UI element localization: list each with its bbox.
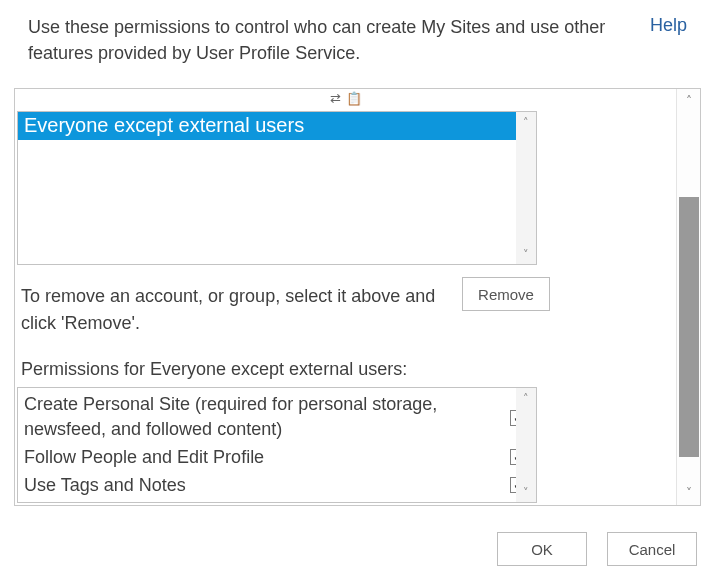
scroll-up-icon[interactable]: ˄ xyxy=(677,89,701,113)
accounts-list-item[interactable]: Everyone except external users xyxy=(18,112,516,140)
accounts-listbox[interactable]: Everyone except external users ˄ ˅ xyxy=(17,111,537,265)
permission-item-label: Create Personal Site (required for perso… xyxy=(24,394,437,439)
intro-text: Use these permissions to control who can… xyxy=(28,14,687,66)
remove-hint-text: To remove an account, or group, select i… xyxy=(21,283,451,337)
permission-item-label: Use Tags and Notes xyxy=(24,475,186,495)
scroll-up-icon[interactable]: ˄ xyxy=(516,388,536,408)
scroll-down-icon[interactable]: ˅ xyxy=(516,244,536,264)
scroll-down-icon[interactable]: ˅ xyxy=(677,481,701,505)
permission-item-label: Follow People and Edit Profile xyxy=(24,447,264,467)
cancel-button[interactable]: Cancel xyxy=(607,532,697,566)
scroll-up-icon[interactable]: ˄ xyxy=(516,112,536,132)
accounts-scrollbar[interactable]: ˄ ˅ xyxy=(516,112,536,264)
permission-item[interactable]: Create Personal Site (required for perso… xyxy=(24,392,498,442)
ok-button[interactable]: OK xyxy=(497,532,587,566)
help-link[interactable]: Help xyxy=(650,15,687,36)
panel-scrollbar[interactable]: ˄ ˅ xyxy=(676,89,700,505)
permissions-listbox[interactable]: Create Personal Site (required for perso… xyxy=(17,387,537,503)
permissions-label: Permissions for Everyone except external… xyxy=(21,359,407,380)
dialog-footer: OK Cancel xyxy=(0,517,715,583)
toolbar-icons[interactable]: ⇄ 📋 xyxy=(15,91,678,107)
permissions-scrollbar[interactable]: ˄ ˅ xyxy=(516,388,536,502)
scroll-thumb[interactable] xyxy=(679,197,699,457)
permission-item[interactable]: Follow People and Edit Profile xyxy=(24,445,498,470)
remove-button[interactable]: Remove xyxy=(462,277,550,311)
permissions-panel: ⇄ 📋 Everyone except external users ˄ ˅ R… xyxy=(14,88,701,506)
permission-item[interactable]: Use Tags and Notes xyxy=(24,473,498,498)
scroll-down-icon[interactable]: ˅ xyxy=(516,482,536,502)
